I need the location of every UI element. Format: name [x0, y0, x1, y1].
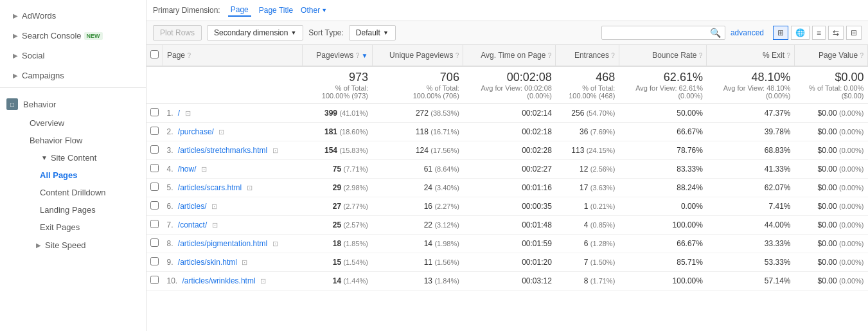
help-icon[interactable]: ? — [548, 52, 552, 59]
external-link-icon[interactable]: ⊡ — [212, 221, 218, 229]
help-icon[interactable]: ? — [786, 52, 790, 59]
summary-row: 973 % of Total:100.00% (973) 706 % of To… — [146, 66, 868, 104]
row-checkbox[interactable] — [150, 164, 159, 172]
page-link[interactable]: /purchase/ — [178, 127, 214, 136]
row-checkbox[interactable] — [150, 257, 159, 265]
external-link-icon[interactable]: ⊡ — [260, 277, 266, 285]
compare-view-button[interactable]: ⇆ — [828, 26, 844, 40]
page-link[interactable]: /how/ — [178, 165, 197, 174]
row-page: 8. /articles/pigmentation.html ⊡ — [163, 235, 303, 253]
help-icon[interactable]: ? — [456, 52, 459, 59]
sort-arrow-icon: ▼ — [362, 52, 368, 59]
page-tab[interactable]: Page — [228, 4, 251, 17]
advanced-link[interactable]: advanced — [731, 28, 764, 37]
sidebar-item-site-content[interactable]: ▼ Site Content — [23, 149, 146, 166]
row-checkbox-cell[interactable] — [146, 104, 163, 123]
sidebar-item-behavior[interactable]: □ Behavior — [0, 94, 146, 114]
sidebar-item-campaigns[interactable]: ▶ Campaigns — [0, 66, 146, 85]
other-dropdown[interactable]: Other ▼ — [301, 6, 327, 15]
new-badge: NEW — [84, 32, 103, 40]
row-page: 6. /articles/ ⊡ — [163, 197, 303, 216]
row-checkbox-cell[interactable] — [146, 235, 163, 253]
external-link-icon[interactable]: ⊡ — [185, 109, 191, 117]
sidebar-item-search-console[interactable]: ▶ Search Console NEW — [0, 26, 146, 45]
row-checkbox[interactable] — [150, 276, 159, 284]
sidebar-item-overview[interactable]: Overview — [23, 114, 146, 132]
page-link[interactable]: /articles/skin.html — [178, 258, 237, 267]
sidebar-item-behavior-flow[interactable]: Behavior Flow — [23, 132, 146, 149]
page-link[interactable]: /articles/ — [178, 202, 207, 211]
grid-view-button[interactable]: ⊞ — [773, 26, 788, 40]
row-checkbox[interactable] — [150, 183, 159, 191]
row-checkbox-cell[interactable] — [146, 160, 163, 179]
page-link[interactable]: /articles/wrinkles.html — [182, 276, 256, 285]
table-row: 6. /articles/ ⊡ 27 (2.77%) 16 (2.27%) 00… — [146, 197, 868, 216]
page-link[interactable]: /articles/stretchmarks.html — [178, 146, 267, 155]
help-icon[interactable]: ? — [356, 52, 360, 59]
sort-type-button[interactable]: Default ▼ — [349, 25, 396, 40]
external-link-icon[interactable]: ⊡ — [272, 240, 278, 247]
sidebar-item-all-pages[interactable]: All Pages — [33, 166, 146, 184]
external-link-icon[interactable]: ⊡ — [211, 202, 217, 210]
list-view-button[interactable]: ≡ — [812, 26, 826, 40]
external-link-icon[interactable]: ⊡ — [242, 258, 247, 266]
help-icon[interactable]: ? — [699, 52, 703, 59]
row-checkbox-cell[interactable] — [146, 253, 163, 272]
select-all-header[interactable] — [146, 45, 163, 66]
unique-pageviews-header[interactable]: Unique Pageviews ? — [372, 45, 463, 66]
row-pageviews: 25 (2.57%) — [302, 216, 372, 235]
summary-entrances-sub: % of Total:100.00% (468) — [560, 84, 615, 100]
row-checkbox-cell[interactable] — [146, 216, 163, 235]
row-checkbox[interactable] — [150, 238, 159, 247]
plot-rows-button[interactable]: Plot Rows — [153, 25, 202, 40]
arrow-icon: ▶ — [13, 52, 18, 59]
page-link[interactable]: / — [178, 109, 180, 118]
select-all-checkbox[interactable] — [150, 50, 159, 58]
row-checkbox-cell[interactable] — [146, 179, 163, 197]
page-link[interactable]: /contact/ — [178, 220, 207, 229]
entrances-header[interactable]: Entrances ? — [556, 45, 619, 66]
bounce-rate-header[interactable]: Bounce Rate ? — [619, 45, 707, 66]
row-checkbox-cell[interactable] — [146, 123, 163, 141]
help-icon[interactable]: ? — [187, 52, 191, 59]
search-input[interactable] — [606, 28, 709, 37]
external-link-icon[interactable]: ⊡ — [272, 147, 278, 154]
row-checkbox[interactable] — [150, 201, 159, 210]
row-checkbox[interactable] — [150, 145, 159, 154]
page-header[interactable]: Page ? — [163, 45, 303, 66]
sidebar-item-content-drilldown[interactable]: Content Drilldown — [33, 184, 146, 201]
pageviews-header[interactable]: Pageviews ? ▼ — [302, 45, 372, 66]
globe-view-button[interactable]: 🌐 — [791, 26, 810, 40]
sidebar: ▶ AdWords ▶ Search Console NEW ▶ Social … — [0, 0, 146, 331]
pct-exit-header[interactable]: % Exit ? — [707, 45, 795, 66]
row-checkbox-cell[interactable] — [146, 141, 163, 160]
sidebar-item-adwords[interactable]: ▶ AdWords — [0, 6, 146, 25]
external-link-icon[interactable]: ⊡ — [201, 165, 207, 173]
sidebar-item-landing-pages[interactable]: Landing Pages — [33, 201, 146, 219]
row-checkbox-cell[interactable] — [146, 272, 163, 291]
row-pageviews: 29 (2.98%) — [302, 179, 372, 197]
page-value-header[interactable]: Page Value ? — [795, 45, 868, 66]
sidebar-item-social[interactable]: ▶ Social — [0, 46, 146, 65]
row-checkbox-cell[interactable] — [146, 197, 163, 216]
row-checkbox[interactable] — [150, 220, 159, 228]
row-checkbox[interactable] — [150, 108, 159, 116]
row-bounce-rate: 66.67% — [619, 235, 707, 253]
row-checkbox[interactable] — [150, 127, 159, 135]
sidebar-item-site-speed[interactable]: ▶ Site Speed — [23, 236, 146, 255]
page-link[interactable]: /articles/scars.html — [178, 183, 242, 192]
pivot-view-button[interactable]: ⊟ — [846, 26, 862, 40]
search-icon[interactable]: 🔍 — [710, 28, 721, 38]
avg-time-header[interactable]: Avg. Time on Page ? — [463, 45, 556, 66]
external-link-icon[interactable]: ⊡ — [247, 184, 252, 192]
page-title-tab[interactable]: Page Title — [256, 4, 296, 16]
help-icon[interactable]: ? — [611, 52, 615, 59]
page-link[interactable]: /articles/pigmentation.html — [178, 239, 267, 248]
secondary-dimension-button[interactable]: Secondary dimension ▼ — [207, 25, 303, 40]
external-link-icon[interactable]: ⊡ — [218, 128, 224, 136]
help-icon[interactable]: ? — [860, 52, 864, 59]
sidebar-item-exit-pages[interactable]: Exit Pages — [33, 219, 146, 236]
row-unique-pageviews: 118 (16.71%) — [372, 123, 463, 141]
sidebar-item-label: Campaigns — [22, 71, 64, 80]
pct-exit-label: % Exit — [763, 51, 784, 60]
